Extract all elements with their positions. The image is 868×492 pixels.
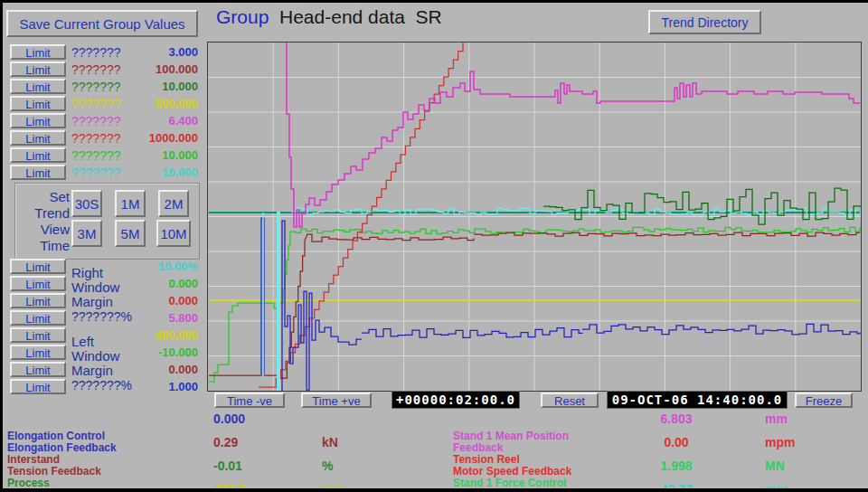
trend-chart-area: [207, 42, 862, 392]
page-title: Head-end data SR: [279, 6, 442, 28]
limit-button[interactable]: Limit: [10, 130, 66, 146]
readout-unit: MN: [765, 459, 785, 473]
limit-value: 10.000: [99, 80, 198, 93]
margin-percent-label: ???????%: [71, 309, 132, 324]
limit-value: 100.000: [99, 62, 198, 76]
left-window-margin-label: Margin: [71, 363, 113, 378]
readout-value: 6.803: [627, 412, 726, 426]
limit-button[interactable]: Limit: [10, 165, 66, 180]
readout-unit: mm: [765, 412, 788, 426]
readout-value: 0.29: [213, 435, 238, 449]
readout-value: 0.00: [627, 435, 726, 449]
limit-value: 10.000: [99, 148, 198, 162]
limit-button[interactable]: Limit: [10, 79, 66, 94]
limit-button[interactable]: Limit: [10, 310, 66, 326]
left-window-margin-label: Left: [71, 334, 94, 349]
view-label: View: [15, 222, 70, 237]
margin-percent-label: ???????%: [71, 378, 132, 393]
trend-time-5m-button[interactable]: 5M: [115, 220, 146, 247]
trace-measured-total-roll-force: [543, 188, 860, 224]
window-bottom-border: [3, 488, 868, 492]
elapsed-time-display: +00000:02:00.0: [392, 391, 520, 409]
freeze-button[interactable]: Freeze: [795, 393, 853, 408]
trend-time-3m-button[interactable]: 3M: [71, 220, 102, 247]
set-label: Set: [15, 189, 70, 204]
time-negative-button[interactable]: Time -ve: [214, 393, 285, 408]
readout-unit: kN: [322, 435, 338, 449]
readout-unit: %: [322, 459, 333, 473]
trend-display-window: Save Current Group Values Group Head-end…: [0, 0, 868, 492]
limit-button[interactable]: Limit: [10, 345, 66, 360]
limit-value: 1000.000: [99, 131, 198, 145]
save-current-group-values-button[interactable]: Save Current Group Values: [6, 10, 198, 37]
right-window-margin-label: Right: [71, 265, 103, 280]
limit-button[interactable]: Limit: [10, 44, 66, 60]
limit-button[interactable]: Limit: [10, 113, 66, 128]
limit-button[interactable]: Limit: [10, 259, 66, 274]
limit-button[interactable]: Limit: [10, 96, 66, 111]
limit-value: 6.400: [99, 114, 198, 128]
limit-button[interactable]: Limit: [10, 293, 66, 308]
time-positive-button[interactable]: Time +ve: [301, 393, 372, 408]
trend-time-30s-button[interactable]: 30S: [71, 190, 102, 217]
limit-button[interactable]: Limit: [10, 379, 66, 394]
time-label: Time: [15, 238, 70, 253]
limit-button[interactable]: Limit: [10, 62, 66, 77]
margin-value: 0.000: [99, 363, 198, 376]
limit-value: 16.000: [99, 166, 198, 179]
limit-button[interactable]: Limit: [10, 147, 66, 163]
limit-button[interactable]: Limit: [10, 327, 66, 343]
trace-stand1-mean-position-feedback: [287, 43, 860, 227]
limit-button[interactable]: Limit: [10, 362, 66, 377]
trend-time-2m-button[interactable]: 2M: [158, 190, 189, 217]
trend-label: Trend: [15, 205, 70, 221]
group-label: Group: [216, 6, 269, 28]
readout-value: 0.000: [213, 412, 245, 426]
trend-directory-button[interactable]: Trend Directory: [648, 10, 761, 34]
right-window-margin-label: Margin: [71, 294, 113, 309]
margin-value: 400.000: [99, 328, 198, 342]
right-window-margin-label: Window: [71, 279, 119, 295]
limit-value: 500.000: [99, 97, 198, 110]
margin-value: 10.00%: [99, 260, 198, 273]
trend-time-10m-button[interactable]: 10M: [156, 220, 191, 247]
trace-elongation-feedback: [261, 218, 860, 391]
readout-unit: mpm: [765, 435, 795, 449]
trend-time-1m-button[interactable]: 1M: [115, 190, 146, 217]
limit-value: 3.000: [99, 45, 198, 59]
left-window-margin-label: Window: [71, 348, 119, 364]
trend-chart: [208, 43, 861, 391]
datetime-display: 09-OCT-06 14:40:00.0: [607, 391, 788, 409]
trace-motor-speed-feedback: [259, 43, 463, 387]
limit-button[interactable]: Limit: [10, 276, 66, 291]
margin-value: 0.000: [99, 294, 198, 308]
readout-value: 1.998: [627, 459, 726, 473]
readout-value: -0.01: [213, 459, 242, 473]
reset-button[interactable]: Reset: [541, 393, 599, 408]
